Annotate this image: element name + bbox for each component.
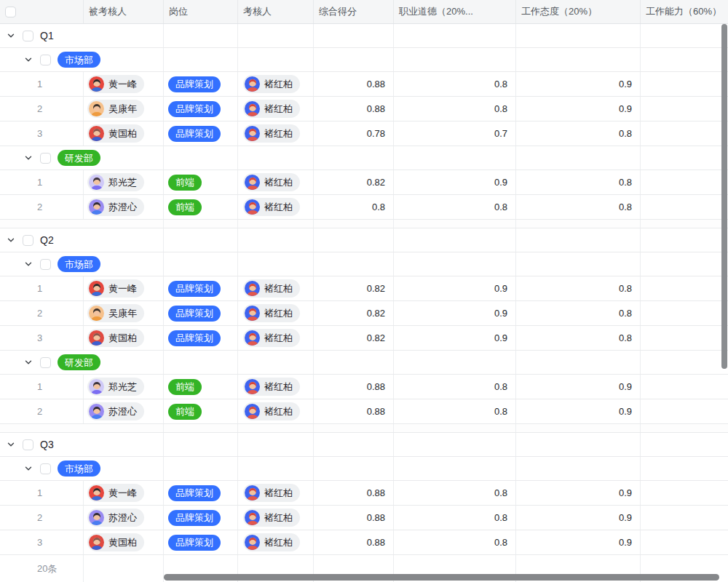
ability-score[interactable] — [641, 399, 728, 423]
assessee-cell[interactable]: 郑光芝 — [84, 375, 164, 399]
assessor-cell[interactable]: 褚红柏 — [238, 506, 314, 530]
overall-score[interactable]: 0.88 — [314, 72, 394, 96]
attitude-score[interactable]: 0.8 — [516, 276, 641, 300]
overall-score[interactable]: 0.78 — [314, 121, 394, 146]
assessor-cell[interactable]: 褚红柏 — [238, 326, 314, 350]
group-checkbox[interactable] — [23, 439, 33, 450]
column-header-assessor[interactable]: 考核人 — [238, 0, 314, 23]
overall-score[interactable]: 0.88 — [314, 506, 394, 530]
assessor-cell[interactable]: 褚红柏 — [238, 301, 314, 325]
position-cell[interactable]: 品牌策划 — [164, 326, 238, 350]
column-header-ability[interactable]: 工作能力（60%） — [641, 0, 728, 23]
collapse-chevron-icon[interactable] — [6, 235, 16, 245]
ethics-score[interactable]: 0.9 — [394, 170, 516, 194]
column-header-overall[interactable]: 综合得分 — [314, 0, 394, 23]
position-cell[interactable]: 品牌策划 — [164, 481, 238, 505]
position-cell[interactable]: 前端 — [164, 195, 238, 219]
group-checkbox[interactable] — [40, 153, 51, 164]
attitude-score[interactable]: 0.9 — [516, 375, 641, 399]
overall-score[interactable]: 0.88 — [314, 375, 394, 399]
attitude-score[interactable]: 0.9 — [516, 481, 641, 505]
group-checkbox[interactable] — [40, 259, 51, 270]
ethics-score[interactable]: 0.9 — [394, 301, 516, 325]
ability-score[interactable] — [641, 530, 728, 554]
assessor-cell[interactable]: 褚红柏 — [238, 276, 314, 300]
record-row[interactable]: 1 郑光芝 前端 褚红柏 0.88 0.8 0.9 — [0, 375, 728, 399]
position-cell[interactable]: 前端 — [164, 399, 238, 423]
attitude-score[interactable]: 0.8 — [516, 170, 641, 194]
collapse-chevron-icon[interactable] — [6, 31, 16, 41]
group-checkbox[interactable] — [23, 31, 33, 41]
collapse-chevron-icon[interactable] — [23, 153, 33, 163]
ethics-score[interactable]: 0.8 — [394, 97, 516, 121]
ethics-score[interactable]: 0.8 — [394, 399, 516, 423]
department-group-row[interactable]: 研发部 — [0, 146, 728, 170]
assessor-cell[interactable]: 褚红柏 — [238, 399, 314, 423]
assessee-cell[interactable]: 苏澄心 — [84, 195, 164, 219]
ethics-score[interactable]: 0.8 — [394, 506, 516, 530]
assessee-cell[interactable]: 吴康年 — [84, 97, 164, 121]
attitude-score[interactable]: 0.9 — [516, 530, 641, 554]
ability-score[interactable] — [641, 506, 728, 530]
ability-score[interactable] — [641, 170, 728, 194]
overall-score[interactable]: 0.88 — [314, 399, 394, 423]
attitude-score[interactable]: 0.8 — [516, 301, 641, 325]
record-row[interactable]: 3 黄国柏 品牌策划 褚红柏 0.82 0.9 0.8 — [0, 326, 728, 351]
department-group-row[interactable]: 市场部 — [0, 457, 728, 481]
record-row[interactable]: 2 苏澄心 品牌策划 褚红柏 0.88 0.8 0.9 — [0, 506, 728, 530]
assessor-cell[interactable]: 褚红柏 — [238, 195, 314, 219]
ethics-score[interactable]: 0.8 — [394, 530, 516, 554]
select-all-checkbox[interactable] — [5, 7, 16, 17]
ability-score[interactable] — [641, 97, 728, 121]
assessee-cell[interactable]: 苏澄心 — [84, 506, 164, 530]
quarter-group-row[interactable]: Q3 — [0, 433, 728, 457]
ability-score[interactable] — [641, 276, 728, 300]
record-row[interactable]: 3 黄国柏 品牌策划 褚红柏 0.78 0.7 0.8 — [0, 121, 728, 146]
record-row[interactable]: 3 黄国柏 品牌策划 褚红柏 0.88 0.8 0.9 — [0, 530, 728, 555]
assessor-cell[interactable]: 褚红柏 — [238, 375, 314, 399]
attitude-score[interactable]: 0.8 — [516, 121, 641, 146]
ethics-score[interactable]: 0.8 — [394, 195, 516, 219]
vertical-scrollbar[interactable] — [721, 24, 727, 369]
assessee-cell[interactable]: 黄一峰 — [84, 481, 164, 505]
attitude-score[interactable]: 0.9 — [516, 72, 641, 96]
position-cell[interactable]: 品牌策划 — [164, 530, 238, 554]
assessor-cell[interactable]: 褚红柏 — [238, 72, 314, 96]
horizontal-scrollbar[interactable] — [164, 574, 719, 581]
ethics-score[interactable]: 0.7 — [394, 121, 516, 146]
collapse-chevron-icon[interactable] — [23, 55, 33, 65]
overall-score[interactable]: 0.88 — [314, 530, 394, 554]
collapse-chevron-icon[interactable] — [23, 463, 33, 474]
overall-score[interactable]: 0.8 — [314, 195, 394, 219]
position-cell[interactable]: 前端 — [164, 170, 238, 194]
column-header-attitude[interactable]: 工作态度（20%） — [516, 0, 641, 23]
overall-score[interactable]: 0.88 — [314, 481, 394, 505]
ethics-score[interactable]: 0.8 — [394, 375, 516, 399]
record-row[interactable]: 1 黄一峰 品牌策划 褚红柏 0.88 0.8 0.9 — [0, 72, 728, 97]
attitude-score[interactable]: 0.9 — [516, 97, 641, 121]
collapse-chevron-icon[interactable] — [6, 439, 16, 450]
assessor-cell[interactable]: 褚红柏 — [238, 121, 314, 146]
ability-score[interactable] — [641, 481, 728, 505]
column-header-ethics[interactable]: 职业道德（20%... — [394, 0, 516, 23]
ethics-score[interactable]: 0.8 — [394, 481, 516, 505]
record-row[interactable]: 2 苏澄心 前端 褚红柏 0.8 0.8 0.8 — [0, 195, 728, 220]
group-checkbox[interactable] — [40, 357, 51, 368]
ability-score[interactable] — [641, 326, 728, 350]
assessee-cell[interactable]: 苏澄心 — [84, 399, 164, 423]
assessee-cell[interactable]: 黄国柏 — [84, 530, 164, 554]
collapse-chevron-icon[interactable] — [23, 259, 33, 269]
assessee-cell[interactable]: 黄国柏 — [84, 326, 164, 350]
record-row[interactable]: 2 吴康年 品牌策划 褚红柏 0.82 0.9 0.8 — [0, 301, 728, 326]
ethics-score[interactable]: 0.9 — [394, 326, 516, 350]
attitude-score[interactable]: 0.9 — [516, 399, 641, 423]
assessor-cell[interactable]: 褚红柏 — [238, 97, 314, 121]
position-cell[interactable]: 前端 — [164, 375, 238, 399]
assessee-cell[interactable]: 黄国柏 — [84, 121, 164, 146]
overall-score[interactable]: 0.82 — [314, 326, 394, 350]
record-row[interactable]: 2 苏澄心 前端 褚红柏 0.88 0.8 0.9 — [0, 399, 728, 424]
assessee-cell[interactable]: 吴康年 — [84, 301, 164, 325]
overall-score[interactable]: 0.82 — [314, 301, 394, 325]
position-cell[interactable]: 品牌策划 — [164, 506, 238, 530]
group-checkbox[interactable] — [40, 463, 51, 474]
